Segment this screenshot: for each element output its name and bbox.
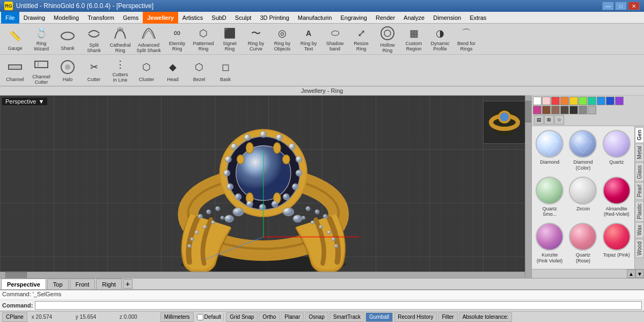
tool-patterned-ring[interactable]: ⬡ PatternedRing: [191, 25, 216, 53]
menu-extras[interactable]: Extras: [465, 12, 491, 24]
gems-tb-icon2[interactable]: ⊞: [544, 115, 554, 125]
tool-shank[interactable]: Shank: [55, 25, 80, 53]
color-purple[interactable]: [615, 97, 624, 105]
tab-wax[interactable]: Wax: [635, 222, 644, 238]
menu-jewellery[interactable]: Jewellery: [143, 12, 178, 24]
gem-diamond[interactable]: Diamond: [534, 128, 565, 173]
tab-plastic[interactable]: Plastic: [635, 201, 644, 222]
menu-engraving[interactable]: Engraving: [336, 12, 371, 24]
grid-snap-btn[interactable]: Grid Snap: [226, 312, 258, 322]
scroll-up[interactable]: ▲: [627, 269, 635, 278]
vp-tab-top[interactable]: Top: [47, 279, 69, 289]
tool-cluster[interactable]: ⬡ Cluster: [134, 56, 159, 84]
abs-tolerance-btn[interactable]: Absolute tolerance:: [459, 312, 513, 322]
filter-btn[interactable]: Filter: [438, 312, 457, 322]
tool-bend-for-rings[interactable]: ⌒ Bend forRings: [453, 25, 479, 53]
planar-btn[interactable]: Planar: [281, 312, 304, 322]
viewport-label[interactable]: Perspective ▼: [2, 98, 47, 105]
viewport[interactable]: Perspective ▼: [0, 96, 531, 278]
color-darkgray[interactable]: [569, 106, 578, 114]
color-white[interactable]: [533, 97, 541, 105]
default-check[interactable]: [197, 314, 203, 320]
gem-quartz[interactable]: Quartz: [601, 128, 632, 173]
ortho-btn[interactable]: Ortho: [259, 312, 280, 322]
gem-almandite[interactable]: Almandite(Red-Violet): [601, 175, 632, 219]
color-lightpink[interactable]: [542, 97, 551, 105]
menu-manufacturin[interactable]: Manufacturin: [294, 12, 336, 24]
color-gray[interactable]: [579, 106, 587, 114]
add-viewport-button[interactable]: +: [123, 279, 133, 289]
color-darkbrown[interactable]: [560, 106, 569, 114]
color-blue[interactable]: [597, 97, 605, 105]
viewport-scrollbar-horizontal[interactable]: [0, 272, 525, 278]
tool-gauge[interactable]: 📏 Gauge: [2, 25, 28, 53]
gem-quartz-smo[interactable]: QuartzSmo...: [534, 175, 565, 219]
color-teal[interactable]: [588, 97, 596, 105]
gumball-btn[interactable]: Gumball: [365, 312, 393, 322]
menu-gems[interactable]: Gems: [119, 12, 143, 24]
vp-tab-perspective[interactable]: Perspective: [1, 279, 46, 289]
tool-shadow-band[interactable]: ⬭ Shadowband: [322, 25, 348, 53]
color-pink[interactable]: [533, 106, 541, 114]
tool-hollow-ring[interactable]: HollowRing: [375, 25, 400, 53]
scrollbar-thumb[interactable]: [525, 101, 531, 122]
tool-halo[interactable]: Halo: [55, 56, 80, 84]
tool-channel-cutter[interactable]: ChannelCutter: [28, 56, 54, 84]
smarttrack-btn[interactable]: SmartTrack: [330, 312, 364, 322]
osnap-btn[interactable]: Osnap: [305, 312, 328, 322]
menu-artistics[interactable]: Artistics: [178, 12, 208, 24]
color-red[interactable]: [551, 97, 560, 105]
vp-tab-right[interactable]: Right: [96, 279, 122, 289]
titlebar-controls[interactable]: — □ ✕: [602, 2, 640, 10]
gem-topaz-pink[interactable]: Topaz (Pink): [601, 221, 632, 266]
menu-analyze[interactable]: Analyze: [399, 12, 429, 24]
tool-ring-by-objects[interactable]: ◎ Ring byObjects: [269, 25, 295, 53]
gems-tb-icon1[interactable]: ▤: [534, 115, 544, 125]
menu-modelling[interactable]: Modelling: [49, 12, 83, 24]
tool-custom-region[interactable]: ▦ CustomRegion: [401, 25, 427, 53]
tool-dynamic-profile[interactable]: ◑ DynamicProfile: [427, 25, 453, 53]
tool-bezel[interactable]: ⬡ Bezel: [186, 56, 212, 84]
tool-channel[interactable]: Channel: [2, 56, 28, 84]
gem-chrysoberyl[interactable]: Chrysoberyl(Red): [567, 268, 598, 269]
menu-3dprinting[interactable]: 3D Printing: [255, 12, 293, 24]
color-tan[interactable]: [551, 106, 560, 114]
menu-transform[interactable]: Transform: [83, 12, 119, 24]
gem-zircon[interactable]: Zircon: [567, 175, 598, 219]
record-history-btn[interactable]: Record History: [394, 312, 437, 322]
tool-split-shank[interactable]: SplitShank: [81, 25, 107, 53]
tool-ring-wizard[interactable]: 💍 RingWizard: [28, 25, 54, 53]
gem-quartz-rose[interactable]: Quartz(Rose): [567, 221, 598, 266]
gem-kunzite[interactable]: Kunzite(Pink Violet): [534, 221, 565, 266]
menu-drawing[interactable]: Drawing: [19, 12, 49, 24]
minimize-button[interactable]: —: [602, 2, 614, 10]
tool-ring-by-text[interactable]: A Ring byText: [296, 25, 321, 53]
gem-tourmaline-pink[interactable]: Tourmaline(Pink): [534, 268, 565, 269]
gem-ruby[interactable]: Ruby: [601, 268, 632, 269]
tab-gen[interactable]: Gen: [635, 127, 644, 143]
tool-advanced-split-shank[interactable]: AdvancedSplit Shank: [134, 25, 164, 53]
tool-signet-ring[interactable]: ⬛ SignetRing: [217, 25, 243, 53]
gem-diamond-color[interactable]: Diamond(Color): [567, 128, 598, 173]
vp-tab-front[interactable]: Front: [70, 279, 96, 289]
menu-sculpt[interactable]: Sculpt: [231, 12, 256, 24]
tool-cutter[interactable]: ✂ Cutter: [81, 56, 107, 84]
tab-wood[interactable]: Wood: [635, 239, 644, 258]
tool-cutters-in-line[interactable]: ⋮ Cuttersin Line: [107, 56, 133, 84]
tab-pearl[interactable]: Pearl: [635, 182, 644, 200]
scroll-down[interactable]: ▼: [635, 269, 644, 278]
tool-eternity-ring[interactable]: ∞ EternityRing: [164, 25, 190, 53]
maximize-button[interactable]: □: [615, 2, 627, 10]
tab-metal[interactable]: Metal: [635, 143, 644, 162]
color-lightgray[interactable]: [588, 106, 596, 114]
color-yellow[interactable]: [569, 97, 578, 105]
menu-dimension[interactable]: Dimension: [429, 12, 465, 24]
menu-file[interactable]: File: [1, 12, 19, 24]
color-darkblue[interactable]: [606, 97, 614, 105]
tab-glass[interactable]: Glass: [635, 163, 644, 182]
menu-subd[interactable]: SubD: [207, 12, 231, 24]
gems-tb-icon3[interactable]: ☆: [554, 115, 564, 125]
menu-render[interactable]: Render: [371, 12, 399, 24]
command-input[interactable]: [35, 301, 642, 310]
scrollbar-thumb-h[interactable]: [5, 272, 27, 278]
